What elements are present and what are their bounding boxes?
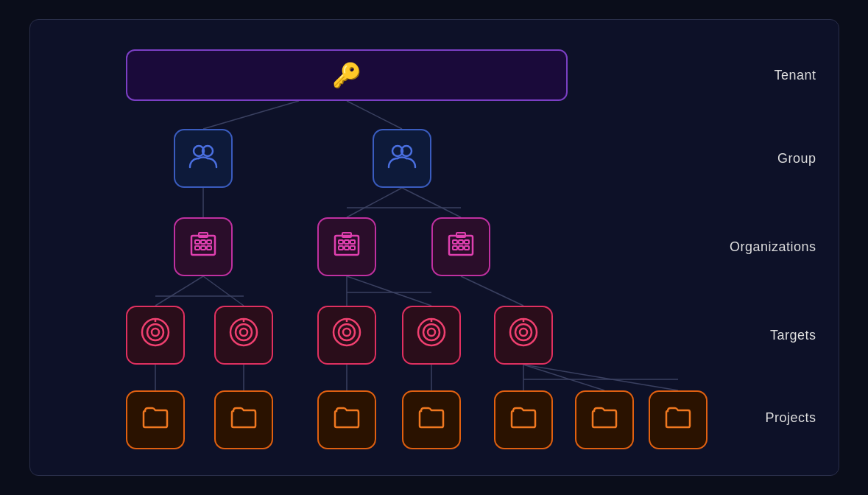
svg-rect-31 — [207, 246, 211, 250]
svg-line-6 — [155, 276, 203, 306]
svg-line-3 — [347, 188, 402, 217]
svg-line-19 — [523, 365, 678, 390]
tenant-node: 🔑 — [126, 49, 568, 101]
group-node-1 — [174, 129, 233, 188]
target-icon-2 — [227, 316, 260, 354]
svg-rect-42 — [453, 240, 457, 244]
svg-rect-46 — [459, 246, 463, 250]
project-icon-4 — [417, 402, 446, 438]
project-node-2 — [214, 390, 273, 449]
project-node-6 — [575, 390, 634, 449]
svg-line-1 — [347, 101, 402, 129]
svg-rect-30 — [201, 246, 205, 250]
target-icon-1 — [139, 316, 172, 354]
svg-point-50 — [147, 324, 163, 340]
svg-point-67 — [520, 329, 527, 336]
svg-line-10 — [347, 276, 431, 306]
project-icon-6 — [590, 402, 619, 438]
svg-rect-38 — [345, 246, 349, 250]
diagram-container: Tenant Group Organizations Targets Proje… — [29, 19, 839, 476]
org-icon-3 — [447, 230, 475, 264]
svg-point-57 — [334, 319, 360, 345]
svg-rect-47 — [465, 246, 469, 250]
svg-point-51 — [152, 329, 159, 336]
svg-point-55 — [240, 329, 247, 336]
label-group: Group — [777, 151, 816, 166]
svg-line-0 — [203, 101, 299, 129]
label-organizations: Organizations — [730, 239, 816, 255]
svg-rect-29 — [195, 246, 200, 250]
project-node-7 — [649, 390, 708, 449]
svg-point-59 — [343, 329, 350, 336]
svg-rect-39 — [350, 246, 355, 250]
target-node-4 — [402, 306, 461, 365]
svg-point-61 — [418, 319, 445, 345]
project-node-4 — [402, 390, 461, 449]
group-icon-1 — [188, 142, 218, 175]
svg-line-7 — [203, 276, 244, 306]
project-node-5 — [494, 390, 553, 449]
group-icon-2 — [387, 142, 417, 175]
svg-line-12 — [461, 276, 523, 306]
svg-rect-37 — [339, 246, 343, 250]
group-node-2 — [373, 129, 431, 188]
project-icon-5 — [509, 402, 538, 438]
label-projects: Projects — [765, 410, 816, 426]
svg-rect-27 — [201, 240, 205, 244]
svg-point-65 — [510, 319, 537, 345]
svg-point-49 — [142, 319, 169, 345]
svg-rect-28 — [207, 240, 211, 244]
svg-point-58 — [339, 324, 355, 340]
svg-point-66 — [515, 324, 532, 340]
org-node-3 — [431, 217, 490, 276]
org-node-1 — [174, 217, 233, 276]
target-icon-5 — [507, 316, 540, 354]
svg-line-4 — [402, 188, 461, 217]
target-node-5 — [494, 306, 553, 365]
svg-point-54 — [236, 324, 252, 340]
project-icon-1 — [141, 402, 170, 438]
svg-rect-44 — [465, 240, 469, 244]
svg-rect-34 — [339, 240, 343, 244]
svg-rect-45 — [453, 246, 457, 250]
svg-point-63 — [428, 329, 435, 336]
target-node-2 — [214, 306, 273, 365]
label-targets: Targets — [770, 328, 816, 343]
svg-line-18 — [523, 365, 604, 390]
org-node-2 — [317, 217, 376, 276]
label-tenant: Tenant — [774, 68, 816, 83]
target-node-3 — [317, 306, 376, 365]
project-icon-3 — [332, 402, 361, 438]
target-icon-4 — [415, 316, 448, 354]
target-icon-3 — [331, 316, 363, 354]
org-icon-1 — [189, 230, 217, 264]
project-node-1 — [126, 390, 185, 449]
tenant-icon: 🔑 — [332, 61, 361, 89]
target-node-1 — [126, 306, 185, 365]
svg-rect-43 — [459, 240, 463, 244]
svg-rect-35 — [345, 240, 349, 244]
project-icon-2 — [229, 402, 258, 438]
svg-rect-26 — [195, 240, 200, 244]
org-icon-2 — [333, 230, 361, 264]
project-icon-7 — [663, 402, 693, 438]
svg-point-62 — [423, 324, 440, 340]
svg-point-53 — [230, 319, 257, 345]
svg-rect-36 — [350, 240, 355, 244]
project-node-3 — [317, 390, 376, 449]
